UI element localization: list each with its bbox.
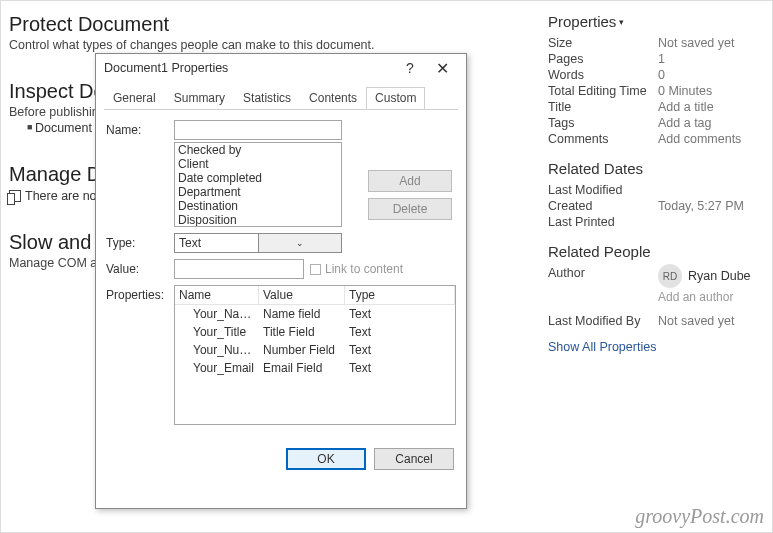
list-item[interactable]: Client (175, 157, 341, 171)
date-label: Last Modified (548, 183, 658, 197)
prop-label: Total Editing Time (548, 84, 658, 98)
value-label: Value: (106, 259, 174, 276)
author-name: Ryan Dube (688, 269, 751, 283)
last-modified-by-value: Not saved yet (658, 314, 734, 328)
name-suggestion-list[interactable]: Checked byClientDate completedDepartment… (174, 142, 342, 227)
prop-label: Pages (548, 52, 658, 66)
table-row[interactable]: Your_TitleTitle FieldText (175, 323, 455, 341)
show-all-properties-link[interactable]: Show All Properties (548, 340, 656, 354)
table-row[interactable]: Your_EmailEmail FieldText (175, 359, 455, 377)
link-to-content-checkbox[interactable]: Link to content (310, 262, 403, 276)
tab-contents[interactable]: Contents (300, 87, 366, 109)
help-button[interactable]: ? (394, 60, 426, 76)
prop-value[interactable]: 0 Minutes (658, 84, 712, 98)
last-modified-by-label: Last Modified By (548, 314, 658, 328)
document-icon (9, 190, 21, 202)
related-dates-header: Related Dates (548, 160, 758, 177)
prop-label: Size (548, 36, 658, 50)
list-item[interactable]: Department (175, 185, 341, 199)
col-type[interactable]: Type (345, 286, 455, 305)
table-row[interactable]: Your_Nu…Number FieldText (175, 341, 455, 359)
date-label: Last Printed (548, 215, 658, 229)
prop-value[interactable]: Add comments (658, 132, 741, 146)
chevron-down-icon: ▾ (619, 17, 624, 27)
prop-label: Title (548, 100, 658, 114)
list-item[interactable]: Destination (175, 199, 341, 213)
tab-summary[interactable]: Summary (165, 87, 234, 109)
prop-value[interactable]: 0 (658, 68, 665, 82)
protect-document-desc: Control what types of changes people can… (9, 38, 538, 52)
prop-label: Words (548, 68, 658, 82)
protect-document-title: Protect Document (9, 13, 538, 36)
prop-value[interactable]: 1 (658, 52, 665, 66)
type-label: Type: (106, 233, 174, 250)
prop-label: Comments (548, 132, 658, 146)
col-name[interactable]: Name (175, 286, 259, 305)
type-combobox[interactable]: Text⌄ (174, 233, 342, 253)
properties-label: Properties: (106, 285, 174, 425)
avatar: RD (658, 264, 682, 288)
table-row[interactable]: Your_NameName fieldText (175, 305, 455, 323)
list-item[interactable]: Checked by (175, 143, 341, 157)
col-value[interactable]: Value (259, 286, 345, 305)
date-value: Today, 5:27 PM (658, 199, 744, 213)
dialog-title: Document1 Properties (104, 61, 394, 75)
prop-value[interactable]: Not saved yet (658, 36, 734, 50)
close-button[interactable]: ✕ (426, 59, 458, 78)
delete-button[interactable]: Delete (368, 198, 452, 220)
author-label: Author (548, 266, 658, 280)
name-input[interactable] (174, 120, 342, 140)
add-button[interactable]: Add (368, 170, 452, 192)
list-item[interactable]: Disposition (175, 213, 341, 227)
prop-value[interactable]: Add a title (658, 100, 714, 114)
list-item[interactable]: Date completed (175, 171, 341, 185)
properties-header[interactable]: Properties▾ (548, 13, 758, 30)
date-label: Created (548, 199, 658, 213)
ok-button[interactable]: OK (286, 448, 366, 470)
tab-statistics[interactable]: Statistics (234, 87, 300, 109)
chevron-down-icon: ⌄ (258, 234, 342, 252)
prop-value[interactable]: Add a tag (658, 116, 712, 130)
document-properties-dialog: Document1 Properties ? ✕ GeneralSummaryS… (95, 53, 467, 509)
tab-custom[interactable]: Custom (366, 87, 425, 109)
prop-label: Tags (548, 116, 658, 130)
cancel-button[interactable]: Cancel (374, 448, 454, 470)
name-label: Name: (106, 120, 174, 137)
value-input[interactable] (174, 259, 304, 279)
related-people-header: Related People (548, 243, 758, 260)
add-author-link[interactable]: Add an author (658, 290, 758, 304)
tab-general[interactable]: General (104, 87, 165, 109)
properties-table[interactable]: Name Value Type Your_NameName fieldTextY… (174, 285, 456, 425)
